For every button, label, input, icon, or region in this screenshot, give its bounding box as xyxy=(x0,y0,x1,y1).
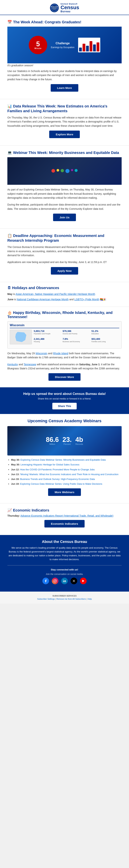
webinar-item-6: Jun 19: Exploring Census Data Webinar Se… xyxy=(11,482,122,486)
webinar-dots xyxy=(51,169,78,173)
may-label: May xyxy=(7,292,12,296)
birthday-emoji: 🎂 xyxy=(7,311,12,315)
dot-5 xyxy=(71,169,73,171)
may-link[interactable]: Asian American, Native Hawaiian and Paci… xyxy=(16,292,95,296)
census-text: Census xyxy=(60,5,79,10)
earnings-chart xyxy=(78,38,100,52)
kentucky-link[interactable]: Kentucky xyxy=(7,363,18,366)
twitter-x-icon[interactable] xyxy=(71,578,77,584)
linkedin-icon[interactable] xyxy=(61,578,68,584)
learn-more-button[interactable]: Learn More xyxy=(51,84,78,92)
explore-more-button[interactable]: Explore More xyxy=(49,131,80,138)
apply-now-button[interactable]: Apply Now xyxy=(51,267,78,275)
challenge-sub: Earnings by Occupation xyxy=(51,46,74,49)
challenge-word: Minute xyxy=(34,48,42,50)
economic-link[interactable]: Advance Economic Indicators Report (Inte… xyxy=(21,514,113,517)
webinar-link-5[interactable]: Business Trends and Outlook Survey: High… xyxy=(20,478,95,480)
chart-bar-2 xyxy=(82,44,85,52)
webinar-link-3[interactable]: How the COVID-19 Pandemic Promoted More … xyxy=(20,468,95,471)
clipboard-icon: 📋 xyxy=(7,234,12,238)
svg-marker-10 xyxy=(82,580,84,582)
rhode-island-link[interactable]: Rhode Island xyxy=(53,352,68,355)
remove-subscriptions-link[interactable]: Remove me from All Subscribers xyxy=(56,598,86,600)
email-container: UNITED STATES CENSUS BUREAU United State… xyxy=(0,0,129,603)
june-holiday: June is National Caribbean American Heri… xyxy=(7,298,122,301)
dot-2 xyxy=(57,169,59,172)
webinar-item-1: May 30: Exploring Census Data Webinar Se… xyxy=(11,458,122,462)
share-button[interactable]: Share This xyxy=(52,403,77,409)
economic-sub: Thursday: Advance Economic Indicators Re… xyxy=(7,514,122,517)
may-text: is xyxy=(13,292,16,296)
webinar-banner-image xyxy=(7,157,122,185)
chart-bar-6 xyxy=(97,42,99,52)
section3-body2: During the webinar, participants will di… xyxy=(7,203,122,211)
tennessee-link[interactable]: Tennessee xyxy=(24,363,36,366)
wisconsin-stats: 5,893,718 Population and People $79,386 … xyxy=(34,330,119,344)
webinar-link-4[interactable]: 'Moving' Markets: What Are Economic Indi… xyxy=(20,473,119,476)
june-link1[interactable]: National Caribbean American Heritage Mon… xyxy=(17,298,69,301)
stat-bubble-2: 23. Percent xyxy=(62,436,72,445)
subscriber-settings-link[interactable]: Subscriber Settings xyxy=(37,598,55,600)
economic-title: 📈 Economic Indicators xyxy=(7,508,122,513)
share-section: Help us spread the word about Census Bur… xyxy=(0,388,129,414)
section4-body: The Census Bureau's Economic Measurement… xyxy=(7,245,122,257)
youtube-icon[interactable] xyxy=(80,578,86,584)
subscriber-services-label: SUBSCRIBER SERVICES xyxy=(52,595,76,597)
footer-text: SUBSCRIBER SERVICES Subscriber Settings … xyxy=(7,594,122,601)
section-week-ahead: 📅The Week Ahead: Congrats Graduates! 5 M… xyxy=(0,15,129,99)
svg-rect-6 xyxy=(54,580,57,582)
section1-intro: It's graduation season! xyxy=(7,63,122,67)
challenge-info: Challenge Earnings by Occupation xyxy=(51,41,74,49)
challenge-number: 5 xyxy=(36,41,40,48)
webinars-title: Upcoming Census Academy Webinars xyxy=(7,418,122,423)
about-section: About the Census Bureau We serve as the … xyxy=(0,535,129,591)
stat-housing: 2,341,488 Housing xyxy=(34,338,61,344)
june-text: is xyxy=(14,298,17,301)
stat-income: $79,386 Income and Poverty xyxy=(63,330,91,337)
chart-bar-3 xyxy=(86,46,89,52)
instagram-icon[interactable] xyxy=(52,578,58,584)
wisconsin-header: Wisconsin xyxy=(10,323,119,328)
social-icons-row xyxy=(7,578,122,584)
dot-3 xyxy=(61,169,64,172)
join-us-button[interactable]: Join Us xyxy=(53,214,76,221)
june-link2[interactable]: LGBTQ+ Pride Month xyxy=(74,298,99,301)
chart-bar-5 xyxy=(93,44,96,52)
dot-1 xyxy=(51,169,55,173)
social-section: Stay connected with us! Join the convers… xyxy=(7,568,122,584)
section2-title: 📊Data Release This Week: New Estimates o… xyxy=(7,104,122,113)
dot-6 xyxy=(75,169,78,172)
webinar-link-2[interactable]: Leveraging Hispanic Heritage for Global … xyxy=(21,463,79,466)
birthday-body: On Wednesday, May 29 Wisconsin and Rhode… xyxy=(7,351,122,360)
facebook-icon[interactable] xyxy=(43,578,49,584)
more-webinars-button[interactable]: More Webinars xyxy=(48,488,81,496)
share-title: Help us spread the word about Census Bur… xyxy=(7,392,122,396)
chart-bar-4 xyxy=(89,41,92,52)
webinars-section: Upcoming Census Academy Webinars 86.6 Mi… xyxy=(0,414,129,503)
share-subtitle: Share this on social media or forward it… xyxy=(7,397,122,400)
webinar-item-3: Jun 12: How the COVID-19 Pandemic Promot… xyxy=(11,468,122,471)
svg-point-9 xyxy=(63,580,64,580)
section-data-release: 📊Data Release This Week: New Estimates o… xyxy=(0,99,129,146)
webinar-item-2: May 30: Leveraging Hispanic Heritage for… xyxy=(11,463,122,466)
svg-text:CENSUS: CENSUS xyxy=(52,7,57,9)
challenge-circle: 5 Minute xyxy=(29,36,47,54)
section1-body: Use our Statistics in Schools activity t… xyxy=(7,69,122,81)
stat-business: 7.8% Business and Economy xyxy=(63,338,91,344)
wisconsin-link[interactable]: Wisconsin xyxy=(35,352,47,355)
economic-section: 📈 Economic Indicators Thursday: Advance … xyxy=(0,503,129,535)
chart2-icon: 📈 xyxy=(7,508,12,512)
census-title: United States® Census Bureau xyxy=(60,3,79,13)
challenge-label: Challenge xyxy=(51,41,74,45)
dot-4 xyxy=(66,169,70,173)
may-holiday: May is Asian American, Native Hawaiian a… xyxy=(7,292,122,296)
section-internship: 📋Deadline Approaching: Economic Measurem… xyxy=(0,229,129,282)
economic-indicators-button[interactable]: Economic Indicators xyxy=(45,520,84,527)
webinar-link-6[interactable]: Exploring Census Data Webinar Series: Us… xyxy=(20,483,102,485)
webinar-link-1[interactable]: Exploring Census Data Webinar Series: Mi… xyxy=(21,458,106,461)
birthday-body2: Kentucky and Tennessee will have stateho… xyxy=(7,362,122,371)
birthday-section: 🎂 Happy Birthday, Wisconsin, Rhode Islan… xyxy=(0,307,129,388)
help-link[interactable]: Help xyxy=(87,598,92,600)
discover-more-button[interactable]: Discover More xyxy=(49,373,80,381)
calendar2-icon: 🗓 xyxy=(7,286,11,290)
